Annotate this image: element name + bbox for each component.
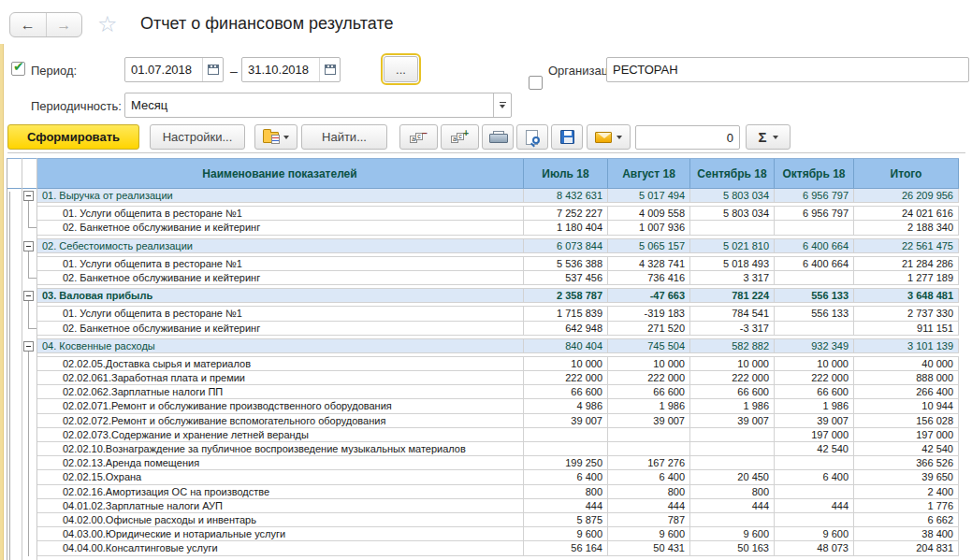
row-value-cell[interactable]: 5 803 034 — [690, 189, 775, 203]
row-value-cell[interactable] — [690, 428, 775, 442]
periodicity-value[interactable]: Месяц — [125, 98, 493, 112]
period-to-calendar-button[interactable] — [319, 58, 340, 81]
row-name-cell[interactable]: 02. Банкетное обслуживание и кейтеринг — [36, 271, 524, 285]
row-value-cell[interactable]: 800 — [690, 485, 775, 499]
row-total-cell[interactable]: 2 737 330 — [854, 307, 959, 321]
row-total-cell[interactable]: 266 400 — [854, 385, 959, 399]
row-value-cell[interactable] — [690, 442, 775, 456]
row-value-cell[interactable]: 6 073 844 — [524, 239, 608, 253]
row-value-cell[interactable] — [775, 322, 854, 336]
settings-button[interactable]: Настройки... — [150, 124, 245, 150]
period-to-field[interactable]: 31.10.2018 — [241, 57, 341, 82]
row-total-cell[interactable]: 10 944 — [854, 399, 959, 413]
table-row[interactable]: 01. Услуги общепита в ресторане №11 715 … — [7, 307, 959, 321]
row-name-cell[interactable]: 02.02.16.Амортизация ОС на производстве — [36, 485, 524, 499]
row-name-cell[interactable]: 02. Банкетное обслуживание и кейтеринг — [36, 221, 524, 235]
row-name-cell[interactable]: 02.02.073.Содержание и хранение летней в… — [36, 428, 524, 442]
collapse-groups-button[interactable]: ac− — [399, 124, 438, 150]
row-value-cell[interactable]: 1 007 936 — [608, 221, 690, 235]
print-preview-button[interactable] — [516, 124, 548, 150]
table-row[interactable]: 02.02.10.Вознаграждение за публичное вос… — [7, 442, 959, 456]
row-name-cell[interactable]: 01. Услуги общепита в ресторане №1 — [36, 257, 524, 271]
row-value-cell[interactable]: 444 — [690, 499, 775, 513]
collapse-group-button[interactable] — [23, 241, 34, 251]
period-from-field[interactable]: 01.07.2018 — [124, 57, 224, 82]
row-total-cell[interactable]: 21 284 286 — [854, 257, 959, 271]
table-row[interactable]: 04. Косвенные расходы840 404745 504582 8… — [7, 339, 959, 353]
row-value-cell[interactable]: 800 — [608, 485, 690, 499]
row-value-cell[interactable]: 781 224 — [690, 289, 775, 303]
table-row[interactable]: 02. Себестоимость реализации6 073 8445 0… — [7, 239, 959, 253]
row-name-cell[interactable]: 02. Себестоимость реализации — [36, 239, 524, 253]
row-value-cell[interactable]: 932 349 — [775, 339, 854, 353]
row-value-cell[interactable] — [690, 456, 775, 470]
row-name-cell[interactable]: 02.02.05.Доставка сырья и материалов — [36, 357, 524, 371]
print-button[interactable] — [482, 124, 514, 150]
organization-value[interactable]: РЕСТОРАН — [607, 63, 968, 77]
row-value-cell[interactable]: 1 180 404 — [524, 221, 608, 235]
row-value-cell[interactable]: 556 133 — [775, 289, 854, 303]
row-name-cell[interactable]: 04.03.00.Юридические и нотариальные услу… — [36, 527, 524, 541]
row-value-cell[interactable]: 10 000 — [775, 357, 854, 371]
row-value-cell[interactable]: 20 450 — [690, 470, 775, 484]
row-total-cell[interactable]: 888 000 — [854, 371, 959, 385]
row-value-cell[interactable]: 4 986 — [524, 399, 608, 413]
column-header-total[interactable]: Итого — [854, 159, 959, 188]
row-total-cell[interactable]: 366 526 — [854, 456, 959, 470]
row-value-cell[interactable]: 2 358 787 — [524, 289, 608, 303]
find-button[interactable]: Найти... — [301, 124, 387, 150]
row-value-cell[interactable]: 6 400 664 — [775, 239, 854, 253]
column-header-month[interactable]: Август 18 — [608, 159, 690, 188]
row-value-cell[interactable]: 9 600 — [690, 527, 775, 541]
row-value-cell[interactable]: 800 — [524, 485, 608, 499]
row-total-cell[interactable]: 156 028 — [854, 414, 959, 428]
table-row[interactable]: 04.04.00.Консалтинговые услуги56 16450 4… — [7, 541, 959, 555]
organization-field[interactable]: РЕСТОРАН — [606, 57, 969, 82]
row-total-cell[interactable]: 39 650 — [854, 470, 959, 484]
row-name-cell[interactable]: 01. Выручка от реализации — [36, 189, 524, 203]
row-value-cell[interactable]: 271 520 — [608, 322, 690, 336]
row-value-cell[interactable]: 5 536 388 — [524, 257, 608, 271]
row-name-cell[interactable]: 01. Услуги общепита в ресторане №1 — [36, 307, 524, 321]
row-value-cell[interactable]: 6 400 — [608, 470, 690, 484]
table-row[interactable]: 01. Выручка от реализации8 432 6315 017 … — [7, 189, 959, 203]
row-value-cell[interactable]: 1 986 — [690, 399, 775, 413]
periodicity-combobox[interactable]: Месяц — [124, 93, 512, 118]
row-value-cell[interactable]: 5 021 810 — [690, 239, 775, 253]
table-row[interactable]: 02.02.073.Содержание и хранение летней в… — [7, 428, 959, 442]
row-total-cell[interactable]: 42 540 — [854, 442, 959, 456]
row-total-cell[interactable]: 2 188 340 — [854, 221, 959, 235]
column-header-month[interactable]: Июль 18 — [524, 159, 608, 188]
period-select-button[interactable]: ... — [384, 56, 418, 82]
row-value-cell[interactable]: 1 986 — [775, 399, 854, 413]
table-row[interactable]: 02.02.05.Доставка сырья и материалов10 0… — [7, 357, 959, 371]
row-value-cell[interactable]: 7 252 227 — [524, 207, 608, 221]
row-name-cell[interactable]: 02.02.13.Аренда помещения — [36, 456, 524, 470]
row-value-cell[interactable]: 642 948 — [524, 322, 608, 336]
row-value-cell[interactable]: 48 073 — [775, 541, 854, 555]
column-header-month[interactable]: Сентябрь 18 — [690, 159, 775, 188]
row-value-cell[interactable] — [690, 513, 775, 527]
row-value-cell[interactable]: 6 400 — [775, 470, 854, 484]
row-name-cell[interactable]: 01. Услуги общепита в ресторане №1 — [36, 207, 524, 221]
row-value-cell[interactable]: 50 163 — [690, 541, 775, 555]
row-name-cell[interactable]: 04.01.02.Зарплатные налоги АУП — [36, 499, 524, 513]
row-value-cell[interactable]: 745 504 — [608, 339, 690, 353]
table-row[interactable]: 04.03.00.Юридические и нотариальные услу… — [7, 527, 959, 541]
row-value-cell[interactable]: 66 600 — [608, 385, 690, 399]
row-value-cell[interactable]: -47 663 — [608, 289, 690, 303]
row-total-cell[interactable]: 1 776 — [854, 499, 959, 513]
row-value-cell[interactable] — [608, 428, 690, 442]
row-value-cell[interactable] — [608, 442, 690, 456]
row-value-cell[interactable]: 39 007 — [690, 414, 775, 428]
table-row[interactable]: 01. Услуги общепита в ресторане №15 536 … — [7, 257, 959, 271]
row-value-cell[interactable]: 444 — [608, 499, 690, 513]
row-name-cell[interactable]: 04.02.00.Офисные расходы и инвентарь — [36, 513, 524, 527]
row-value-cell[interactable]: 10 000 — [690, 357, 775, 371]
collapse-group-button[interactable] — [23, 191, 34, 201]
row-value-cell[interactable]: -319 183 — [608, 307, 690, 321]
row-value-cell[interactable]: 9 600 — [775, 527, 854, 541]
period-from-value[interactable]: 01.07.2018 — [125, 63, 202, 77]
row-value-cell[interactable]: 444 — [524, 499, 608, 513]
row-value-cell[interactable]: -3 317 — [690, 322, 775, 336]
